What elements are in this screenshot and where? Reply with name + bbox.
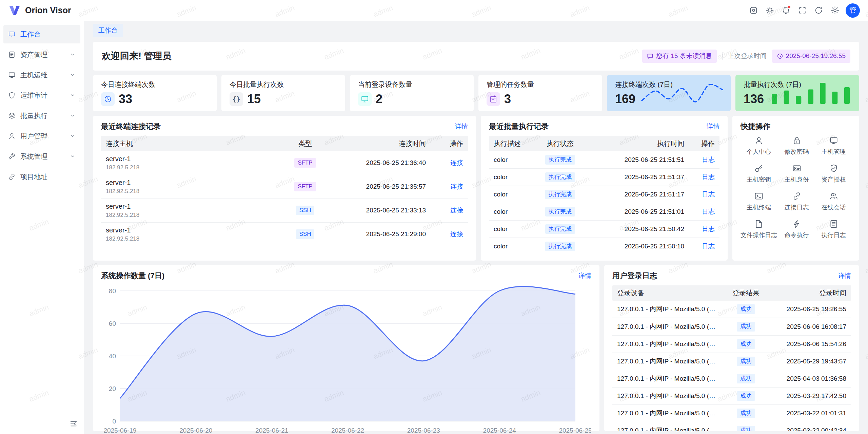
fullscreen-button[interactable]	[795, 3, 810, 18]
quick-action-connection-log[interactable]: 连接日志	[779, 192, 814, 211]
log-link[interactable]: 日志	[702, 156, 715, 163]
quick-action-personal-center[interactable]: 个人中心	[741, 136, 777, 156]
host-name: server-1	[106, 203, 277, 210]
quick-action-asset-authorization[interactable]: 资产授权	[816, 164, 851, 184]
sidebar-item-system-management[interactable]: 系统管理	[3, 147, 80, 166]
quick-action-file-operation-log[interactable]: 文件操作日志	[741, 220, 777, 239]
result-cell: 成功	[726, 422, 766, 431]
login-result-tag: 成功	[737, 409, 755, 418]
line-sparkline-chart	[640, 80, 725, 106]
sun-button[interactable]	[762, 3, 777, 18]
device-cell: 127.0.0.1 - 内网IP - Mozilla/5.0 (Windows …	[612, 336, 726, 352]
svg-text:2025-06-19: 2025-06-19	[103, 427, 136, 434]
collapse-sidebar-button[interactable]	[67, 418, 80, 430]
host-cell: server-1182.92.5.218	[101, 199, 281, 222]
batch-record-row: color执行完成2025-06-25 21:51:01日志	[489, 203, 719, 221]
log-link[interactable]: 日志	[702, 191, 715, 198]
svg-text:40: 40	[109, 353, 116, 360]
system-ops-detail-link[interactable]: 详情	[578, 271, 591, 280]
sidebar-item-asset-management[interactable]: 资产管理	[3, 45, 80, 64]
connect-link[interactable]: 连接	[450, 159, 463, 166]
quick-action-host-management[interactable]: 主机管理	[816, 136, 851, 156]
svg-text:0: 0	[112, 418, 116, 425]
action-cell: 日志	[689, 204, 719, 220]
charts-row: 系统操作数量 (7日) 详情 0204060802025-06-192025-0…	[93, 265, 859, 431]
unread-messages-badge[interactable]: 您有 15 条未读消息	[642, 50, 717, 63]
table-header-row: 执行描述执行状态执行时间操作	[489, 136, 719, 151]
login-log-card: 用户登录日志 详情 登录设备登录结果登录时间127.0.0.1 - 内网IP -…	[604, 265, 859, 431]
app-brand[interactable]: Orion Visor	[8, 4, 71, 17]
collapse-menu-icon	[70, 420, 77, 428]
sidebar-item-workbench[interactable]: 工作台	[3, 25, 80, 43]
stat-value: 33	[119, 92, 132, 106]
sidebar-item-label: 主机运维	[20, 71, 47, 80]
sidebar-item-project-url[interactable]: 项目地址	[3, 168, 80, 186]
time-cell: 2025-06-25 21:51:37	[591, 170, 689, 185]
quick-action-host-identity[interactable]: 主机身份	[779, 164, 814, 184]
column-header: 登录设备	[612, 285, 726, 301]
stat-label: 今日连接终端次数	[101, 80, 209, 89]
chevron-down-icon	[70, 133, 76, 139]
stat-card-terminal-connections-7d: 连接终端次数 (7日)169	[607, 75, 731, 111]
type-cell: SFTP	[281, 178, 329, 195]
connect-link[interactable]: 连接	[450, 183, 463, 190]
host-name: server-1	[106, 179, 277, 187]
sidebar-item-user-management[interactable]: 用户管理	[3, 127, 80, 145]
result-cell: 成功	[726, 370, 766, 387]
breadcrumb-item-workbench[interactable]: 工作台	[93, 24, 123, 37]
action-cell: 连接	[431, 202, 468, 219]
log-link[interactable]: 日志	[702, 208, 715, 215]
quick-actions-title: 快捷操作	[741, 121, 770, 132]
time-cell: 2025-03-29 17:42:50	[766, 389, 851, 403]
connect-link[interactable]: 连接	[450, 230, 463, 238]
quick-action-command-execution[interactable]: 命令执行	[779, 220, 814, 239]
gear-button[interactable]	[827, 3, 842, 18]
batch-detail-link[interactable]: 详情	[707, 122, 719, 131]
quick-action-online-session[interactable]: 在线会话	[816, 192, 851, 211]
stat-card-today-batch-executions: 今日批量执行次数{}15	[221, 75, 345, 111]
log-link[interactable]: 日志	[702, 225, 715, 232]
dashboard-icon	[8, 31, 16, 38]
sidebar-item-label: 资产管理	[20, 50, 47, 59]
id-card-icon	[792, 164, 801, 173]
column-header: 操作	[431, 136, 468, 151]
batch-record-row: color执行完成2025-06-25 21:51:17日志	[489, 186, 719, 203]
execution-status-tag: 执行完成	[545, 172, 575, 182]
batch-records-card: 最近批量执行记录 详情 执行描述执行状态执行时间操作color执行完成2025-…	[481, 116, 728, 261]
last-login-time-badge: 2025-06-25 19:26:55	[772, 50, 850, 63]
action-cell: 连接	[431, 178, 468, 195]
time-cell: 2025-06-25 21:33:13	[329, 203, 431, 218]
svg-text:2025-06-21: 2025-06-21	[255, 427, 288, 434]
quick-action-label: 主机身份	[785, 175, 809, 184]
refresh-button[interactable]	[811, 3, 826, 18]
host-name: server-1	[106, 155, 277, 163]
connect-link[interactable]: 连接	[450, 207, 463, 214]
stat-label: 管理的任务数量	[487, 80, 594, 89]
quick-action-host-key[interactable]: 主机密钥	[741, 164, 777, 184]
login-log-detail-link[interactable]: 详情	[838, 271, 851, 280]
time-cell: 2025-06-25 21:50:10	[591, 239, 689, 254]
user-avatar[interactable]: 管	[846, 3, 860, 18]
log-link[interactable]: 日志	[702, 173, 715, 181]
login-log-row: 127.0.0.1 - 内网IP - Mozilla/5.0 (Windows …	[612, 388, 851, 405]
action-cell: 日志	[689, 238, 719, 254]
quick-action-change-password[interactable]: 修改密码	[779, 136, 814, 156]
action-cell: 日志	[689, 169, 719, 185]
status-cell: 执行完成	[530, 169, 591, 186]
sidebar-item-ops-audit[interactable]: 运维审计	[3, 86, 80, 105]
terminal-detail-link[interactable]: 详情	[455, 122, 468, 131]
sidebar-item-host-ops[interactable]: 主机运维	[3, 66, 80, 84]
system-ops-card: 系统操作数量 (7日) 详情 0204060802025-06-192025-0…	[93, 265, 599, 431]
device-cell: 127.0.0.1 - 内网IP - Mozilla/5.0 (Windows …	[612, 405, 726, 421]
log-link[interactable]: 日志	[702, 243, 715, 250]
login-log-row: 127.0.0.1 - 内网IP - Mozilla/5.0 (Windows …	[612, 353, 851, 370]
quick-action-execution-log[interactable]: 执行日志	[816, 220, 851, 239]
login-log-table: 登录设备登录结果登录时间127.0.0.1 - 内网IP - Mozilla/5…	[612, 285, 851, 431]
bell-button[interactable]	[778, 3, 793, 18]
batch-record-row: color执行完成2025-06-25 21:51:37日志	[489, 169, 719, 186]
palette-button[interactable]	[746, 3, 761, 18]
quick-action-host-terminal[interactable]: 主机终端	[741, 192, 777, 211]
terminal-record-row: server-1182.92.5.218SSH2025-06-25 21:29:…	[101, 223, 468, 246]
quick-action-label: 在线会话	[822, 203, 846, 211]
sidebar-item-batch-execution[interactable]: 批量执行	[3, 107, 80, 125]
